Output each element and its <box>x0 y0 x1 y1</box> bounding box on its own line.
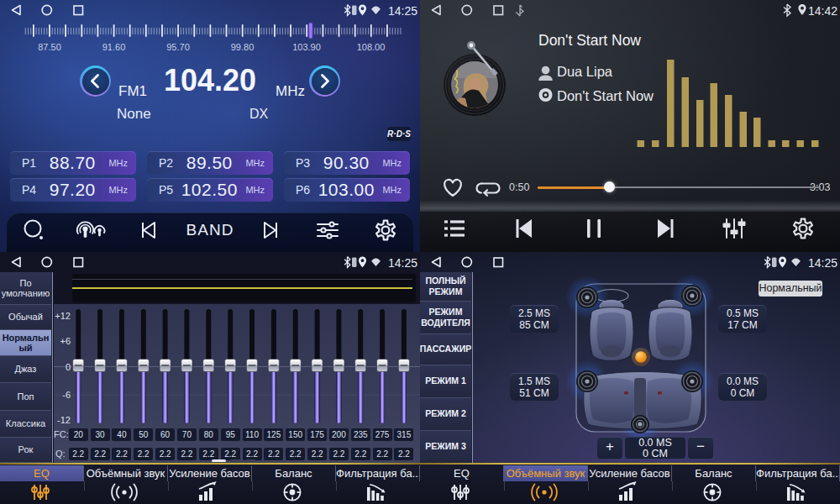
svg-text:14:25: 14:25 <box>388 4 417 18</box>
svg-text:14:25: 14:25 <box>808 256 837 270</box>
